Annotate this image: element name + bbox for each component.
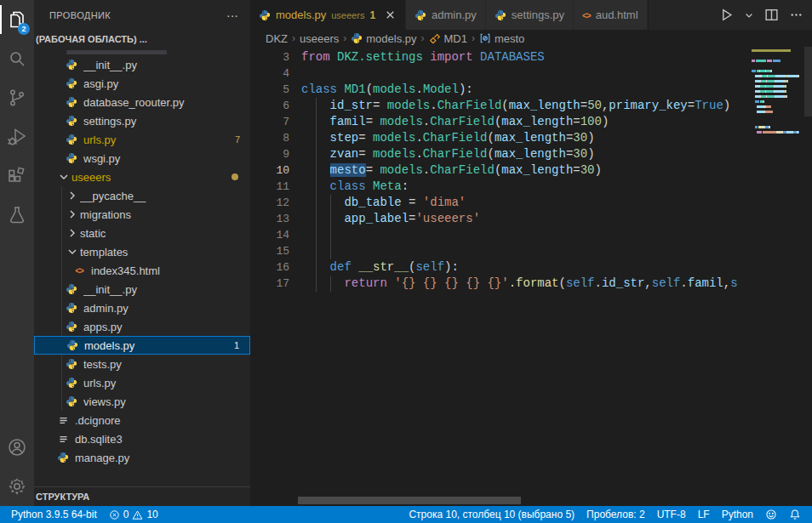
code-line: 14 <box>250 227 747 243</box>
tab-aud.html[interactable]: <>aud.html <box>574 0 648 30</box>
run-icon[interactable] <box>719 8 734 22</box>
tree-item[interactable]: views.py <box>34 392 250 411</box>
error-icon <box>109 509 120 520</box>
tree-item-label: migrations <box>80 208 250 221</box>
tree-item[interactable]: asgi.py <box>34 74 250 93</box>
breadcrumb-item[interactable]: MD1 <box>427 32 469 45</box>
code-text: from DKZ.settings import DATABASES <box>301 49 545 65</box>
code-token: models <box>373 147 415 161</box>
symbol-class-icon <box>429 32 441 44</box>
workspace-section-header[interactable]: (РАБОЧАЯ ОБЛАСТЬ) ... <box>34 30 250 48</box>
activity-item-source-control[interactable] <box>0 78 34 117</box>
code-token: , <box>644 276 651 290</box>
testing-icon <box>7 205 27 225</box>
breadcrumb-item[interactable]: models.py <box>349 32 418 45</box>
status-encoding[interactable]: UTF-8 <box>651 506 692 523</box>
tree-item[interactable]: urls.py <box>34 373 250 392</box>
code-token: CharField <box>430 115 495 128</box>
tree-item[interactable]: .dcignore <box>34 411 250 429</box>
tree-item[interactable]: __init__.py <box>34 55 250 74</box>
tree-item[interactable]: models.py1 <box>34 336 250 355</box>
code-line: 11 class Meta: <box>250 179 747 195</box>
status-bar-right: Строка 10, столбец 10 (выбрано 5)Пробело… <box>403 506 807 523</box>
tree-item[interactable]: apps.py <box>34 317 250 336</box>
tree-item[interactable]: manage.py <box>34 448 250 467</box>
more-actions-icon[interactable] <box>789 8 803 22</box>
code-token <box>352 260 358 274</box>
feedback-icon <box>765 509 777 520</box>
breadcrumb-item[interactable]: useeers <box>298 32 340 45</box>
tab-admin.py[interactable]: admin.py <box>406 0 486 30</box>
code-token: Model <box>423 82 459 96</box>
run-dropdown-icon[interactable] <box>744 10 754 20</box>
breadcrumb-item[interactable]: DKZ <box>264 32 289 45</box>
status-problems[interactable]: 010 <box>103 506 164 523</box>
tree-item[interactable]: tests.py <box>34 355 250 373</box>
activity-item-testing[interactable] <box>0 196 34 235</box>
tab-label: models.py <box>276 9 326 21</box>
vertical-scrollbar[interactable] <box>804 47 812 117</box>
tree-item[interactable]: __init__.py <box>34 280 250 298</box>
activity-item-search[interactable] <box>0 39 34 78</box>
status-python-interpreter[interactable]: Python 3.9.5 64-bit <box>5 506 103 523</box>
more-actions-icon[interactable]: ··· <box>223 9 242 22</box>
code-token: CharField <box>437 99 502 112</box>
activity-item-settings[interactable] <box>0 467 34 506</box>
split-editor-icon[interactable] <box>764 8 779 22</box>
status-label: Пробелов: 2 <box>586 509 645 520</box>
tree-item[interactable]: admin.py <box>34 298 250 317</box>
activity-bar: 2 <box>0 0 34 506</box>
code-token: = <box>573 115 580 128</box>
warning-count: 10 <box>146 509 157 520</box>
tree-item-label: db.sqlite3 <box>75 433 250 446</box>
status-feedback[interactable] <box>759 506 783 523</box>
tree-item[interactable]: templates <box>34 242 250 261</box>
tree-item[interactable]: wsgi.py <box>34 149 250 168</box>
twisty-down-icon <box>56 170 71 184</box>
tree-item-label: wsgi.py <box>83 152 250 165</box>
breadcrumb-item[interactable]: mesto <box>477 32 526 45</box>
tree-item[interactable]: static <box>34 224 250 242</box>
minimap-bar <box>775 90 783 93</box>
status-cursor-position[interactable]: Строка 10, столбец 10 (выбрано 5) <box>403 506 580 523</box>
activity-item-run-debug[interactable] <box>0 117 34 156</box>
status-language-mode[interactable]: Python <box>716 506 759 523</box>
tree-item[interactable]: <>index345.html <box>34 261 250 280</box>
breadcrumb-label: MD1 <box>444 32 467 45</box>
tree-item-label: urls.py <box>83 377 250 389</box>
minimap-bar <box>770 70 772 72</box>
activity-item-accounts[interactable] <box>0 428 34 467</box>
tree-item[interactable]: __pycache__ <box>34 186 250 205</box>
close-icon[interactable] <box>384 9 397 21</box>
outline-section-header[interactable]: СТРУКТУРА <box>34 486 250 506</box>
tree-item-clipped[interactable] <box>34 48 250 55</box>
status-eol[interactable]: LF <box>692 506 716 523</box>
tree-item[interactable]: db.sqlite3 <box>34 429 250 448</box>
horizontal-scrollbar[interactable] <box>298 497 521 504</box>
code-token: = <box>373 99 387 112</box>
minimap[interactable] <box>752 48 804 134</box>
activity-item-explorer[interactable]: 2 <box>0 0 34 39</box>
code-token <box>301 179 330 193</box>
tree-item[interactable]: urls.py7 <box>34 130 250 149</box>
code-token: 30 <box>573 147 587 161</box>
twisty-down-icon <box>65 245 80 259</box>
minimap-bar <box>763 131 776 134</box>
code-token <box>301 196 344 209</box>
status-indentation[interactable]: Пробелов: 2 <box>580 506 651 523</box>
python-file-icon <box>65 283 78 295</box>
line-number: 9 <box>250 146 289 162</box>
code-token: . <box>415 131 422 145</box>
status-notifications[interactable] <box>783 506 807 523</box>
tree-item[interactable]: database_roouter.py <box>34 93 250 111</box>
tree-item[interactable]: settings.py <box>34 111 250 130</box>
tree-item[interactable]: useeers <box>34 168 250 186</box>
tab-settings.py[interactable]: settings.py <box>486 0 574 30</box>
code-token: MD1 <box>344 82 365 96</box>
activity-item-extensions[interactable] <box>0 156 34 196</box>
tree-item[interactable]: migrations <box>34 205 250 224</box>
tab-models.py[interactable]: models.pyuseeers1 <box>250 0 406 30</box>
code-editor[interactable]: 3from DKZ.settings import DATABASES45cla… <box>250 47 812 506</box>
tree-item-label: index345.html <box>91 264 250 277</box>
python-file-icon <box>65 115 78 127</box>
